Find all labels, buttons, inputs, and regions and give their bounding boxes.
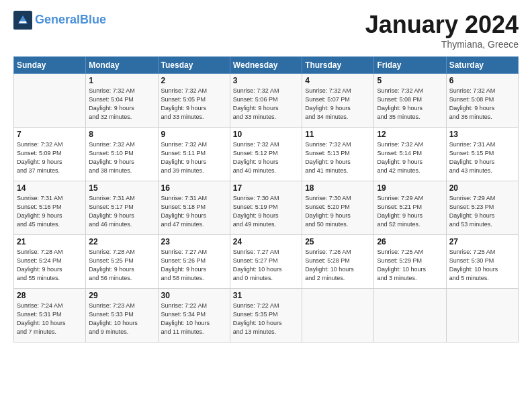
day-info: Sunrise: 7:27 AM Sunset: 5:26 PM Dayligh…: [161, 248, 227, 283]
weekday-header: Tuesday: [158, 57, 230, 74]
day-info: Sunrise: 7:31 AM Sunset: 5:18 PM Dayligh…: [161, 194, 227, 229]
day-info: Sunrise: 7:31 AM Sunset: 5:15 PM Dayligh…: [449, 140, 515, 175]
day-number: 24: [233, 237, 299, 246]
day-number: 27: [449, 237, 515, 246]
weekday-header: Friday: [374, 57, 446, 74]
day-info: Sunrise: 7:32 AM Sunset: 5:14 PM Dayligh…: [377, 140, 443, 175]
day-info: Sunrise: 7:32 AM Sunset: 5:05 PM Dayligh…: [161, 87, 227, 122]
day-number: 2: [161, 76, 227, 85]
day-number: 16: [161, 183, 227, 193]
day-number: 10: [233, 130, 299, 139]
calendar-cell: 7Sunrise: 7:32 AM Sunset: 5:09 PM Daylig…: [14, 128, 86, 181]
weekday-header: Saturday: [446, 57, 518, 74]
logo-icon: [13, 11, 32, 30]
calendar-cell: 26Sunrise: 7:25 AM Sunset: 5:29 PM Dayli…: [374, 235, 446, 289]
logo: GeneralBlue: [13, 11, 106, 30]
day-info: Sunrise: 7:32 AM Sunset: 5:08 PM Dayligh…: [449, 87, 515, 122]
calendar-cell: 25Sunrise: 7:26 AM Sunset: 5:28 PM Dayli…: [302, 235, 374, 289]
calendar-cell: [302, 289, 374, 342]
day-info: Sunrise: 7:32 AM Sunset: 5:11 PM Dayligh…: [161, 140, 227, 175]
day-info: Sunrise: 7:32 AM Sunset: 5:12 PM Dayligh…: [233, 140, 299, 175]
calendar-cell: 29Sunrise: 7:23 AM Sunset: 5:33 PM Dayli…: [86, 289, 158, 342]
day-info: Sunrise: 7:28 AM Sunset: 5:24 PM Dayligh…: [17, 248, 83, 283]
calendar-cell: 3Sunrise: 7:32 AM Sunset: 5:06 PM Daylig…: [230, 74, 302, 128]
day-number: 20: [449, 183, 515, 193]
day-number: 3: [233, 76, 299, 85]
day-number: 1: [89, 76, 154, 85]
calendar-week-row: 7Sunrise: 7:32 AM Sunset: 5:09 PM Daylig…: [14, 128, 519, 181]
day-number: 25: [305, 237, 371, 246]
calendar-cell: 13Sunrise: 7:31 AM Sunset: 5:15 PM Dayli…: [446, 128, 518, 181]
day-info: Sunrise: 7:30 AM Sunset: 5:20 PM Dayligh…: [305, 194, 371, 229]
calendar-table: SundayMondayTuesdayWednesdayThursdayFrid…: [13, 56, 519, 342]
day-info: Sunrise: 7:22 AM Sunset: 5:35 PM Dayligh…: [233, 302, 299, 336]
calendar-cell: 22Sunrise: 7:28 AM Sunset: 5:25 PM Dayli…: [86, 235, 158, 289]
day-number: 30: [161, 291, 227, 300]
day-number: 17: [233, 183, 299, 193]
day-number: 5: [377, 76, 443, 85]
calendar-cell: 4Sunrise: 7:32 AM Sunset: 5:07 PM Daylig…: [302, 74, 374, 128]
day-info: Sunrise: 7:25 AM Sunset: 5:29 PM Dayligh…: [377, 248, 443, 283]
calendar-cell: 1Sunrise: 7:32 AM Sunset: 5:04 PM Daylig…: [86, 74, 158, 128]
day-info: Sunrise: 7:29 AM Sunset: 5:21 PM Dayligh…: [377, 194, 443, 229]
day-number: 19: [377, 183, 443, 193]
weekday-header-row: SundayMondayTuesdayWednesdayThursdayFrid…: [14, 57, 519, 74]
day-info: Sunrise: 7:28 AM Sunset: 5:25 PM Dayligh…: [89, 248, 154, 283]
day-number: 4: [305, 76, 371, 85]
day-number: 26: [377, 237, 443, 246]
day-number: 8: [89, 130, 154, 139]
day-number: 15: [89, 183, 154, 193]
calendar-cell: 17Sunrise: 7:30 AM Sunset: 5:19 PM Dayli…: [230, 181, 302, 235]
day-info: Sunrise: 7:32 AM Sunset: 5:04 PM Dayligh…: [89, 87, 154, 122]
location: Thymiana, Greece: [365, 39, 519, 50]
calendar-cell: 19Sunrise: 7:29 AM Sunset: 5:21 PM Dayli…: [374, 181, 446, 235]
day-number: 18: [305, 183, 371, 193]
day-number: 31: [233, 291, 299, 300]
calendar-cell: 21Sunrise: 7:28 AM Sunset: 5:24 PM Dayli…: [14, 235, 86, 289]
calendar-cell: 8Sunrise: 7:32 AM Sunset: 5:10 PM Daylig…: [86, 128, 158, 181]
day-number: 9: [161, 130, 227, 139]
calendar-cell: 18Sunrise: 7:30 AM Sunset: 5:20 PM Dayli…: [302, 181, 374, 235]
calendar-cell: 5Sunrise: 7:32 AM Sunset: 5:08 PM Daylig…: [374, 74, 446, 128]
calendar-week-row: 28Sunrise: 7:24 AM Sunset: 5:31 PM Dayli…: [14, 289, 519, 342]
weekday-header: Wednesday: [230, 57, 302, 74]
day-info: Sunrise: 7:32 AM Sunset: 5:13 PM Dayligh…: [305, 140, 371, 175]
day-info: Sunrise: 7:31 AM Sunset: 5:17 PM Dayligh…: [89, 194, 154, 229]
day-number: 14: [17, 183, 83, 193]
day-info: Sunrise: 7:29 AM Sunset: 5:23 PM Dayligh…: [449, 194, 515, 229]
svg-rect-2: [19, 21, 27, 24]
day-info: Sunrise: 7:31 AM Sunset: 5:16 PM Dayligh…: [17, 194, 83, 229]
day-number: 22: [89, 237, 154, 246]
header: GeneralBlue January 2024 Thymiana, Greec…: [13, 11, 519, 50]
day-number: 11: [305, 130, 371, 139]
day-number: 29: [89, 291, 154, 300]
logo-text: GeneralBlue: [35, 13, 106, 27]
calendar-cell: 27Sunrise: 7:25 AM Sunset: 5:30 PM Dayli…: [446, 235, 518, 289]
calendar-week-row: 14Sunrise: 7:31 AM Sunset: 5:16 PM Dayli…: [14, 181, 519, 235]
calendar-cell: 20Sunrise: 7:29 AM Sunset: 5:23 PM Dayli…: [446, 181, 518, 235]
calendar-week-row: 21Sunrise: 7:28 AM Sunset: 5:24 PM Dayli…: [14, 235, 519, 289]
calendar-cell: 9Sunrise: 7:32 AM Sunset: 5:11 PM Daylig…: [158, 128, 230, 181]
day-number: 12: [377, 130, 443, 139]
day-info: Sunrise: 7:30 AM Sunset: 5:19 PM Dayligh…: [233, 194, 299, 229]
day-number: 6: [449, 76, 515, 85]
day-info: Sunrise: 7:32 AM Sunset: 5:07 PM Dayligh…: [305, 87, 371, 122]
calendar-cell: 16Sunrise: 7:31 AM Sunset: 5:18 PM Dayli…: [158, 181, 230, 235]
day-info: Sunrise: 7:22 AM Sunset: 5:34 PM Dayligh…: [161, 302, 227, 336]
day-number: 7: [17, 130, 83, 139]
day-info: Sunrise: 7:24 AM Sunset: 5:31 PM Dayligh…: [17, 302, 83, 336]
calendar-cell: 10Sunrise: 7:32 AM Sunset: 5:12 PM Dayli…: [230, 128, 302, 181]
day-info: Sunrise: 7:23 AM Sunset: 5:33 PM Dayligh…: [89, 302, 154, 336]
calendar-cell: [14, 74, 86, 128]
calendar-cell: 14Sunrise: 7:31 AM Sunset: 5:16 PM Dayli…: [14, 181, 86, 235]
day-info: Sunrise: 7:27 AM Sunset: 5:27 PM Dayligh…: [233, 248, 299, 283]
day-info: Sunrise: 7:25 AM Sunset: 5:30 PM Dayligh…: [449, 248, 515, 283]
day-info: Sunrise: 7:26 AM Sunset: 5:28 PM Dayligh…: [305, 248, 371, 283]
day-info: Sunrise: 7:32 AM Sunset: 5:06 PM Dayligh…: [233, 87, 299, 122]
calendar-cell: 30Sunrise: 7:22 AM Sunset: 5:34 PM Dayli…: [158, 289, 230, 342]
day-number: 13: [449, 130, 515, 139]
day-info: Sunrise: 7:32 AM Sunset: 5:08 PM Dayligh…: [377, 87, 443, 122]
day-info: Sunrise: 7:32 AM Sunset: 5:10 PM Dayligh…: [89, 140, 154, 175]
calendar-cell: 6Sunrise: 7:32 AM Sunset: 5:08 PM Daylig…: [446, 74, 518, 128]
weekday-header: Sunday: [14, 57, 86, 74]
